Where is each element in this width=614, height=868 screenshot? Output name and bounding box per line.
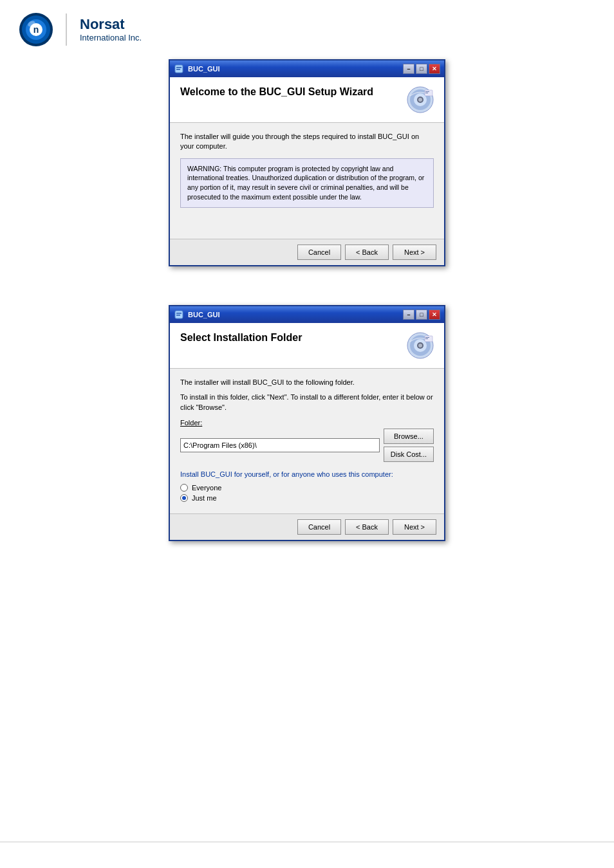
svg-rect-8 bbox=[176, 69, 180, 70]
dialog1-body-text: The installer will guide you through the… bbox=[180, 132, 434, 152]
dialog2: BUC_GUI – □ ✕ Select Installation Folder bbox=[169, 305, 445, 541]
dialog1-app-icon bbox=[174, 64, 184, 74]
browse-button[interactable]: Browse... bbox=[384, 429, 434, 444]
radio-everyone-circle[interactable] bbox=[180, 484, 188, 492]
brand-sub: International Inc. bbox=[80, 33, 142, 43]
logo-text: Norsat International Inc. bbox=[80, 16, 142, 43]
dialog2-header: Select Installation Folder bbox=[170, 323, 444, 369]
folder-label: Folder: bbox=[180, 419, 434, 427]
svg-rect-7 bbox=[176, 67, 181, 68]
titlebar-buttons: – □ ✕ bbox=[403, 64, 440, 74]
logo-area: n Norsat International Inc. bbox=[0, 0, 614, 59]
footer-rule bbox=[0, 842, 614, 842]
svg-rect-15 bbox=[425, 91, 429, 92]
svg-rect-19 bbox=[176, 315, 180, 316]
dialog2-minimize-button[interactable]: – bbox=[403, 309, 414, 320]
folder-section: Folder: Browse... Disk Cost... bbox=[180, 419, 434, 462]
brand-name: Norsat bbox=[80, 16, 142, 33]
dialog1-wrapper: BUC_GUI – □ ✕ Welcome to the BUC_GUI Set… bbox=[0, 59, 614, 266]
svg-rect-18 bbox=[176, 313, 181, 314]
dialog2-restore-button[interactable]: □ bbox=[416, 309, 427, 320]
setup-cd-icon bbox=[407, 86, 434, 113]
titlebar-left: BUC_GUI bbox=[174, 64, 220, 74]
minimize-button[interactable]: – bbox=[403, 64, 414, 74]
dialog2-setup-cd-icon bbox=[407, 332, 434, 359]
dialog1-back-button[interactable]: < Back bbox=[345, 245, 389, 260]
dialog1-warning-box: WARNING: This computer program is protec… bbox=[180, 158, 434, 208]
dialog1-header: Welcome to the BUC_GUI Setup Wizard bbox=[170, 77, 444, 123]
dialog2-cancel-button[interactable]: Cancel bbox=[297, 519, 341, 535]
dialog2-titlebar-buttons: – □ ✕ bbox=[403, 309, 440, 320]
dialog1-content: The installer will guide you through the… bbox=[170, 123, 444, 239]
dialog1-title: BUC_GUI bbox=[188, 65, 220, 73]
norsat-logo-icon: n bbox=[19, 13, 53, 46]
dialog1-warning-text: WARNING: This computer program is protec… bbox=[187, 165, 424, 201]
dialog2-back-button[interactable]: < Back bbox=[345, 519, 389, 535]
dialog1-titlebar: BUC_GUI – □ ✕ bbox=[170, 60, 444, 77]
dialog2-close-button[interactable]: ✕ bbox=[429, 309, 440, 320]
dialog2-wrapper: BUC_GUI – □ ✕ Select Installation Folder bbox=[0, 305, 614, 541]
dialog2-heading: Select Installation Folder bbox=[180, 332, 302, 344]
dialog2-titlebar: BUC_GUI – □ ✕ bbox=[170, 306, 444, 323]
svg-text:n: n bbox=[33, 24, 39, 35]
dialog2-line1: The installer will install BUC_GUI to th… bbox=[180, 378, 434, 387]
dialog2-footer: Cancel < Back Next > bbox=[170, 513, 444, 540]
dialog2-app-icon bbox=[174, 309, 184, 320]
svg-point-13 bbox=[418, 98, 422, 102]
dialog1-cancel-button[interactable]: Cancel bbox=[297, 245, 341, 260]
dialog2-content: The installer will install BUC_GUI to th… bbox=[170, 369, 444, 513]
folder-side-btns: Browse... Disk Cost... bbox=[384, 429, 434, 462]
dialog1-heading: Welcome to the BUC_GUI Setup Wizard bbox=[180, 86, 373, 98]
radio-everyone-label: Everyone bbox=[192, 484, 221, 492]
folder-input[interactable] bbox=[180, 438, 380, 452]
close-button[interactable]: ✕ bbox=[429, 64, 440, 74]
dialog1-footer: Cancel < Back Next > bbox=[170, 239, 444, 265]
logo-divider bbox=[66, 14, 67, 46]
dialog2-titlebar-left: BUC_GUI bbox=[174, 309, 220, 320]
dialog2-line2: To install in this folder, click "Next".… bbox=[180, 392, 434, 412]
install-for-label: Install BUC_GUI for yourself, or for any… bbox=[180, 470, 434, 479]
svg-rect-27 bbox=[425, 338, 428, 339]
disk-cost-button[interactable]: Disk Cost... bbox=[384, 447, 434, 462]
radio-section: Install BUC_GUI for yourself, or for any… bbox=[180, 470, 434, 501]
restore-button[interactable]: □ bbox=[416, 64, 427, 74]
dialog1: BUC_GUI – □ ✕ Welcome to the BUC_GUI Set… bbox=[169, 59, 445, 266]
radio-everyone[interactable]: Everyone bbox=[180, 484, 434, 492]
radio-just-me-circle[interactable] bbox=[180, 494, 188, 502]
radio-just-me-label: Just me bbox=[192, 494, 217, 502]
dialog1-next-button[interactable]: Next > bbox=[393, 245, 436, 260]
folder-row: Browse... Disk Cost... bbox=[180, 429, 434, 462]
svg-point-24 bbox=[418, 344, 422, 347]
radio-just-me[interactable]: Just me bbox=[180, 494, 434, 502]
dialog2-next-button[interactable]: Next > bbox=[393, 519, 436, 535]
svg-rect-16 bbox=[425, 93, 428, 93]
svg-rect-26 bbox=[425, 337, 429, 338]
dialog2-title: BUC_GUI bbox=[188, 311, 220, 319]
